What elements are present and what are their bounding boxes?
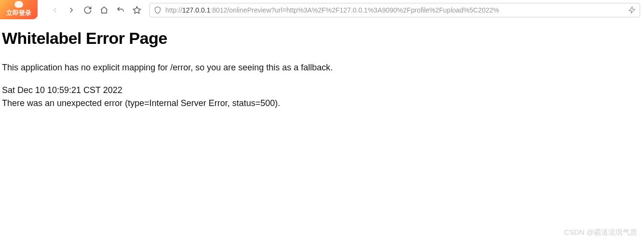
- address-bar[interactable]: http://127.0.0.1:8012/onlinePreview?url=…: [149, 3, 640, 17]
- svg-marker-1: [629, 7, 635, 13]
- reload-button[interactable]: [81, 3, 94, 17]
- login-badge-label: 立即登录: [6, 9, 31, 17]
- lightning-icon: [628, 6, 636, 14]
- lightning-button[interactable]: [628, 6, 636, 14]
- page-title: Whitelabel Error Page: [2, 29, 642, 48]
- error-intro: This application has no explicit mapping…: [2, 61, 642, 74]
- star-icon: [133, 6, 141, 14]
- error-timestamp: Sat Dec 10 10:59:21 CST 2022: [2, 84, 642, 97]
- url-text: http://127.0.0.1:8012/onlinePreview?url=…: [165, 6, 624, 14]
- undo-icon: [116, 6, 125, 14]
- home-icon: [100, 6, 108, 14]
- url-protocol: http://: [165, 6, 182, 14]
- chevron-right-icon: [67, 6, 76, 14]
- shield-icon: [154, 6, 161, 14]
- undo-button[interactable]: [114, 3, 127, 17]
- chevron-left-icon: [51, 6, 59, 14]
- login-badge[interactable]: 立即登录: [0, 0, 38, 19]
- svg-marker-0: [134, 7, 141, 13]
- reload-icon: [83, 6, 92, 14]
- browser-toolbar: 立即登录 http://127.0.0.1:8012/onlinePreview…: [0, 0, 644, 20]
- watermark: CSDN @霸道流氓气质: [564, 228, 637, 237]
- favorite-button[interactable]: [130, 3, 144, 17]
- error-detail: There was an unexpected error (type=Inte…: [2, 97, 642, 110]
- home-button[interactable]: [97, 3, 111, 17]
- url-path: :8012/onlinePreview?url=http%3A%2F%2F127…: [210, 6, 499, 14]
- back-button[interactable]: [48, 3, 62, 17]
- forward-button[interactable]: [65, 3, 78, 17]
- url-host: 127.0.0.1: [182, 6, 210, 14]
- page-content: Whitelabel Error Page This application h…: [0, 20, 644, 110]
